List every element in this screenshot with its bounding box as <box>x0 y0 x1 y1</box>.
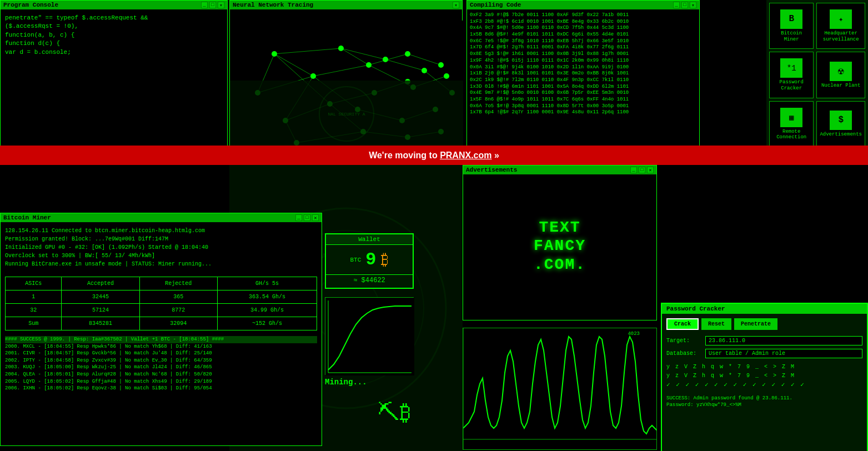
svg-point-32 <box>383 57 388 62</box>
sidebar-item-remote[interactable]: ▦ Remote Connection <box>769 101 814 147</box>
svg-rect-55 <box>325 298 414 375</box>
database-label: Database: <box>666 350 703 357</box>
compiling-code-content: 0xF2 3a9 #!@$ 7b2e 0011 1100 0xAF 9d3f 0… <box>467 9 699 147</box>
banner-link[interactable]: PRANX.com <box>440 151 491 160</box>
bm-log-5: Running BitCrane.exe in unsafe mode | ST… <box>5 260 317 268</box>
nuclear-label: Nuclear Plant <box>821 83 860 89</box>
headquarter-label: Headquarter surveillance <box>820 31 862 43</box>
code-line-1: penetrate" == typeof $.accessRequest && <box>5 14 223 22</box>
nn-window-controls[interactable]: ✕ <box>453 2 459 8</box>
bm-window-controls[interactable]: _ □ ✕ <box>295 214 319 221</box>
success-line-4: 2003. KUQJ - [18:05:00] Resp Wkzuj-25 | … <box>5 364 317 371</box>
bitcoin-miner-window: Bitcoin Miner _ □ ✕ 128.154.26.11 Connec… <box>0 213 322 446</box>
ad-display-text: TEXT FANCY .COM. <box>534 218 586 274</box>
bm-close-btn[interactable]: ✕ <box>312 214 319 221</box>
program-console-content: penetrate" == typeof $.accessRequest && … <box>1 9 227 61</box>
col-accepted: Accepted <box>62 277 139 290</box>
wallet-amount: 9 <box>365 249 376 270</box>
pc-check-row: ✓ ✓ ✓ ✓ ✓ ✓ ✓ ✓ ✓ ✓ ✓ ✓ ✓ ✓ ✓ <box>666 380 862 390</box>
row1-ghz: 363.54 Gh/s <box>217 290 317 304</box>
database-input[interactable] <box>705 349 862 358</box>
sidebar-item-nuclear[interactable]: ☢ Nuclear Plant <box>816 52 865 98</box>
cc-minimize-btn[interactable]: _ <box>673 2 680 8</box>
row1-rejected: 365 <box>139 290 217 304</box>
ad-line-2: FANCY <box>534 237 586 255</box>
mining-graph <box>325 297 414 375</box>
headquarter-icon: ✦ <box>830 9 852 29</box>
svg-rect-58 <box>463 328 657 450</box>
program-console-title: Program Console <box>3 2 58 8</box>
minimize-btn[interactable]: _ <box>201 2 208 8</box>
pc-matrix-row1: y z V Z h q w * 7 9 _ < > Z M y z V Z h … <box>662 360 867 393</box>
ad-close-btn[interactable]: ✕ <box>647 167 654 173</box>
ad-window-controls[interactable]: _ □ ✕ <box>630 167 654 173</box>
target-input[interactable] <box>705 336 862 345</box>
ad-line-1: TEXT <box>534 218 586 237</box>
code-line-2: ($.accessRqst = !0), <box>5 22 223 31</box>
graph-number: 4023 <box>628 331 640 337</box>
table-row: 32 57124 8772 34.99 Gh/s <box>6 304 317 317</box>
bm-log-4: Overclock set to 300% | BW:[ 55/ 13/ 4Mh… <box>5 252 317 260</box>
bm-minimize-btn[interactable]: _ <box>295 214 302 221</box>
svg-point-27 <box>272 51 277 57</box>
svg-point-42 <box>438 62 444 68</box>
bm-log-1: 128.154.26.11 Connected to btcn.miner.bi… <box>5 227 317 235</box>
sidebar-item-password[interactable]: *1 Password Cracker <box>769 52 814 98</box>
pc-success-text: SUCCESS: Admin password found @ 23.86.11… <box>662 393 867 410</box>
success-log: #### SUCCESS @ 1999. | Resp: Iaa#367502 … <box>5 336 317 392</box>
crack-button[interactable]: Crack <box>666 318 699 330</box>
nsa-text: NAL SECURITY A <box>328 112 365 117</box>
ad-maximize-btn[interactable]: □ <box>639 167 645 173</box>
advertisements-title: Advertisements <box>466 167 517 173</box>
password-cracker-buttons: Crack Reset Penetrate <box>662 314 867 334</box>
advertisements-content: TEXT FANCY .COM. <box>463 174 656 318</box>
sum-accepted: 8345281 <box>62 317 139 330</box>
row1-asics: 1 <box>6 290 62 304</box>
success-line-5: 2004. QLEA - [18:05:01] Resp Alurq#28 | … <box>5 371 317 378</box>
success-line-3: 2002. IPTY - [18:04:58] Resp Zvxcv#39 | … <box>5 357 317 364</box>
nsa-overlay: NAL SECURITY A <box>230 81 463 147</box>
row2-rejected: 8772 <box>139 304 217 317</box>
code-line-5: var d = b.console; <box>5 48 223 57</box>
success-highlight-line: #### SUCCESS @ 1999. | Resp: Iaa#367502 … <box>5 336 317 343</box>
penetrate-button[interactable]: Penetrate <box>734 318 777 330</box>
wallet-value: ≈ $44622 <box>326 274 413 286</box>
close-btn[interactable]: ✕ <box>218 2 224 8</box>
code-line-3: function(a, b, c) { <box>5 31 223 39</box>
password-cracker-title: Password Cracker <box>662 304 867 314</box>
svg-point-43 <box>444 73 449 79</box>
compiling-code-titlebar: Compiling Code _ □ ✕ <box>467 1 699 9</box>
success-line-7: 2006. IXHN - [18:05:02] Resp Eqovz-38 | … <box>5 385 317 392</box>
bm-maximize-btn[interactable]: □ <box>304 214 310 221</box>
reset-button[interactable]: Reset <box>701 318 731 330</box>
cc-window-controls[interactable]: _ □ ✕ <box>673 2 696 8</box>
window-controls[interactable]: _ □ ✕ <box>201 2 224 8</box>
nn-close-btn[interactable]: ✕ <box>453 2 459 8</box>
cc-maximize-btn[interactable]: □ <box>681 2 688 8</box>
ad-line-3: .COM. <box>534 255 586 274</box>
nuclear-icon: ☢ <box>830 62 852 81</box>
target-label: Target: <box>666 338 703 344</box>
sidebar-item-ads[interactable]: $ Advertisements <box>816 101 865 147</box>
svg-point-31 <box>366 62 372 68</box>
bm-log-3: Initialized GPU #0 - #32: [OK] (1.092Ph/… <box>5 243 317 252</box>
row2-accepted: 57124 <box>62 304 139 317</box>
ad-minimize-btn[interactable]: _ <box>630 167 637 173</box>
bitcoin-miner-icon: B <box>780 9 802 29</box>
matrix-chars-1: y z V Z h q w * 7 9 _ < > Z M <box>666 363 862 372</box>
remote-label: Remote Connection <box>772 129 810 141</box>
row2-asics: 32 <box>6 304 62 317</box>
remote-icon: ▦ <box>780 108 802 127</box>
cc-close-btn[interactable]: ✕ <box>690 2 696 8</box>
code-line-4: function d(c) { <box>5 39 223 48</box>
compiling-code-title: Compiling Code <box>470 2 521 8</box>
maximize-btn[interactable]: □ <box>209 2 216 8</box>
password-icon: *1 <box>780 58 802 78</box>
password-cracker-window: Password Cracker Crack Reset Penetrate T… <box>661 303 868 451</box>
banner-prefix: We're moving to <box>369 151 440 160</box>
svg-point-28 <box>310 73 316 79</box>
sidebar-item-bitcoin-miner[interactable]: B Bitcoin Miner <box>769 3 814 49</box>
sum-ghz: ~152 Gh/s <box>217 317 317 330</box>
moving-banner[interactable]: We're moving to PRANX.com » <box>0 146 868 165</box>
sidebar-item-headquarter[interactable]: ✦ Headquarter surveillance <box>816 3 865 49</box>
